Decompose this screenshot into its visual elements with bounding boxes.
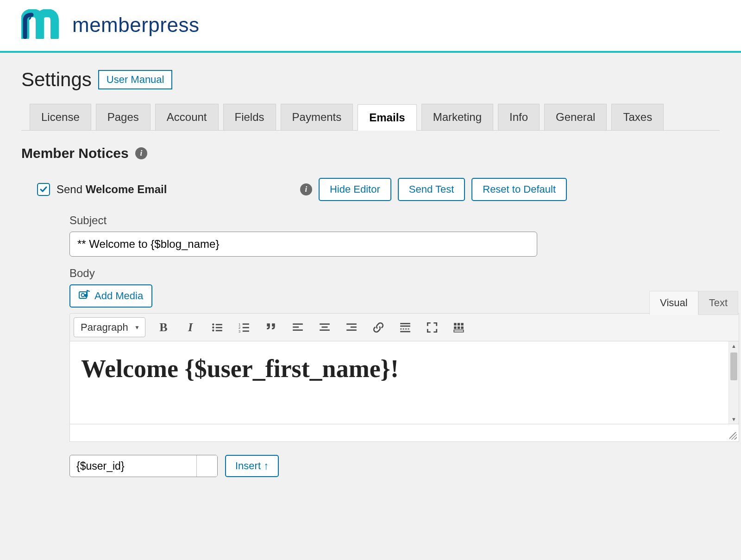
tab-general[interactable]: General — [544, 104, 607, 130]
ordered-list-button[interactable]: 123 — [234, 318, 254, 337]
svg-rect-18 — [293, 329, 303, 331]
hide-editor-button[interactable]: Hide Editor — [319, 178, 391, 201]
brand: memberpress — [21, 9, 720, 41]
svg-rect-16 — [293, 323, 303, 325]
editor-tab-visual[interactable]: Visual — [649, 291, 698, 315]
page-title: Settings — [21, 69, 92, 91]
app-header: memberpress — [0, 0, 741, 53]
svg-rect-31 — [400, 331, 410, 332]
tab-marketing[interactable]: Marketing — [421, 104, 493, 130]
tab-account[interactable]: Account — [155, 104, 219, 130]
editor-content[interactable]: Welcome {$user_first_name}! — [70, 341, 739, 424]
format-select[interactable]: Paragraph — [74, 317, 145, 337]
editor-status-bar — [69, 424, 739, 442]
svg-point-4 — [212, 323, 214, 325]
svg-rect-33 — [458, 323, 460, 325]
editor-toolbar: Paragraph B I 123 — [69, 313, 739, 341]
svg-rect-17 — [293, 326, 299, 327]
variable-select[interactable]: {$user_id} — [69, 455, 218, 477]
editor-tab-text[interactable]: Text — [698, 291, 738, 315]
send-test-button[interactable]: Send Test — [398, 178, 465, 201]
svg-rect-25 — [400, 323, 410, 324]
svg-rect-29 — [405, 328, 407, 329]
svg-rect-23 — [351, 326, 357, 327]
add-media-button[interactable]: Add Media — [69, 284, 152, 308]
tab-license[interactable]: License — [30, 104, 91, 130]
svg-rect-20 — [322, 326, 328, 327]
svg-point-6 — [212, 326, 214, 328]
svg-rect-35 — [454, 326, 456, 328]
svg-rect-24 — [346, 329, 357, 331]
section-title: Member Notices — [21, 145, 129, 161]
svg-rect-26 — [400, 325, 410, 327]
svg-rect-21 — [320, 329, 330, 331]
svg-rect-9 — [216, 330, 222, 331]
link-button[interactable] — [369, 318, 388, 337]
svg-rect-13 — [243, 327, 249, 328]
scrollbar[interactable]: ▲ ▼ — [728, 341, 739, 424]
align-right-button[interactable] — [342, 318, 361, 337]
svg-rect-11 — [243, 323, 249, 325]
toolbar-toggle-button[interactable] — [449, 318, 469, 337]
body-label: Body — [69, 267, 720, 280]
checkbox-icon — [37, 183, 50, 196]
insert-variable-button[interactable]: Insert ↑ — [225, 455, 279, 477]
subject-label: Subject — [69, 214, 720, 227]
reset-default-button[interactable]: Reset to Default — [471, 178, 567, 201]
fullscreen-button[interactable] — [422, 318, 442, 337]
scroll-down-icon: ▼ — [729, 416, 739, 422]
send-welcome-email-label: Send Welcome Email — [57, 183, 167, 196]
tab-payments[interactable]: Payments — [281, 104, 353, 130]
resize-grip-icon[interactable] — [729, 432, 737, 440]
scroll-up-icon: ▲ — [729, 343, 739, 349]
tab-emails[interactable]: Emails — [358, 104, 416, 131]
info-icon[interactable]: i — [300, 183, 312, 195]
svg-rect-37 — [461, 326, 463, 328]
send-welcome-email-toggle[interactable]: Send Welcome Email — [37, 183, 167, 196]
svg-rect-15 — [243, 330, 249, 332]
user-manual-button[interactable]: User Manual — [98, 70, 173, 89]
svg-point-3 — [85, 295, 88, 297]
italic-button[interactable]: I — [181, 318, 200, 337]
svg-rect-27 — [400, 328, 402, 329]
subject-input[interactable] — [69, 232, 537, 257]
svg-rect-30 — [408, 328, 409, 329]
tab-fields[interactable]: Fields — [223, 104, 276, 130]
align-center-button[interactable] — [315, 318, 334, 337]
camera-music-icon — [79, 289, 90, 302]
svg-rect-32 — [454, 323, 456, 325]
settings-tabs: LicensePagesAccountFieldsPaymentsEmailsM… — [21, 104, 720, 131]
tab-taxes[interactable]: Taxes — [611, 104, 664, 130]
align-left-button[interactable] — [288, 318, 308, 337]
svg-rect-19 — [320, 323, 330, 325]
svg-rect-7 — [216, 327, 222, 328]
svg-rect-22 — [346, 323, 357, 325]
svg-text:3: 3 — [239, 329, 240, 333]
scrollbar-thumb[interactable] — [730, 352, 737, 380]
read-more-button[interactable] — [396, 318, 415, 337]
blockquote-button[interactable] — [261, 318, 281, 337]
bullet-list-button[interactable] — [207, 318, 227, 337]
svg-rect-5 — [216, 324, 222, 325]
bold-button[interactable]: B — [154, 318, 173, 337]
svg-rect-38 — [454, 330, 464, 332]
svg-point-2 — [82, 294, 85, 297]
svg-rect-36 — [458, 326, 460, 328]
brand-logo-icon — [21, 9, 64, 41]
info-icon[interactable]: i — [135, 147, 147, 159]
brand-name: memberpress — [72, 13, 199, 37]
tab-info[interactable]: Info — [498, 104, 540, 130]
svg-point-8 — [212, 329, 214, 331]
svg-rect-34 — [461, 323, 463, 325]
svg-rect-28 — [403, 328, 404, 329]
tab-pages[interactable]: Pages — [96, 104, 151, 130]
